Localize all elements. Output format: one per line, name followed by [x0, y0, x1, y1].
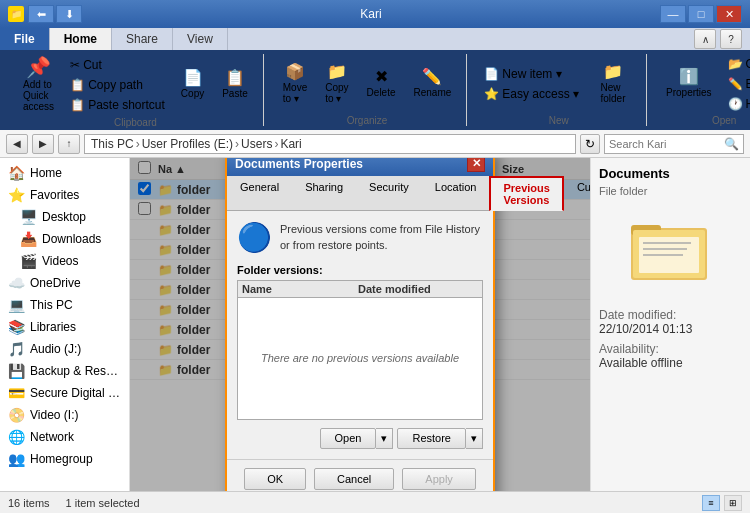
- new-folder-button[interactable]: 📁 Newfolder: [588, 61, 638, 107]
- restore-dropdown-arrow[interactable]: ▾: [466, 428, 483, 449]
- rename-label: Rename: [414, 87, 452, 98]
- versions-col-date[interactable]: Date modified: [358, 283, 478, 295]
- details-view-button[interactable]: ≡: [702, 495, 720, 511]
- preview-meta: Date modified: 22/10/2014 01:13 Availabi…: [599, 308, 742, 376]
- sidebar-item-favorites[interactable]: ⭐ Favorites: [0, 184, 129, 206]
- dialog-title: Documents Properties: [235, 158, 363, 171]
- dialog-tab-security[interactable]: Security: [356, 176, 422, 210]
- rename-button[interactable]: ✏️ Rename: [407, 66, 459, 101]
- open-dropdown-arrow[interactable]: ▾: [376, 428, 393, 449]
- sidebar-item-video-drive[interactable]: 📀 Video (I:): [0, 404, 129, 426]
- edit-button[interactable]: ✏️ Edit: [723, 75, 750, 93]
- organize-buttons: 📦 Move to ▾ 📁 Copy to ▾ ✖ Delete ✏️: [276, 54, 459, 113]
- dialog-tab-sharing[interactable]: Sharing: [292, 176, 356, 210]
- search-icon: 🔍: [724, 137, 739, 151]
- dialog-tab-location[interactable]: Location: [422, 176, 490, 210]
- up-button[interactable]: ↑: [58, 134, 80, 154]
- clipboard-group-label: Clipboard: [16, 115, 255, 128]
- preview-date-row: Date modified: 22/10/2014 01:13: [599, 308, 742, 336]
- sidebar-item-libraries[interactable]: 📚 Libraries: [0, 316, 129, 338]
- search-input[interactable]: [609, 138, 720, 150]
- paste-button[interactable]: 📋 Paste: [215, 67, 255, 102]
- cut-button[interactable]: ✂ Cut: [65, 56, 170, 74]
- copy-button[interactable]: 📄 Copy: [174, 67, 211, 102]
- desktop-icon: 🖥️: [20, 209, 36, 225]
- new-item-button[interactable]: 📄 New item ▾: [479, 65, 584, 83]
- dialog-tab-customize[interactable]: Customize: [564, 176, 590, 210]
- cut-label: Cut: [83, 58, 102, 72]
- open-button-dialog[interactable]: Open: [320, 428, 377, 449]
- status-bar: 16 items 1 item selected ≡ ⊞: [0, 491, 750, 513]
- copy-to-button[interactable]: 📁 Copy to ▾: [318, 61, 355, 107]
- dialog-tab-previous-versions[interactable]: Previous Versions: [489, 176, 563, 211]
- ribbon-help-btn[interactable]: ?: [720, 29, 742, 49]
- sidebar-item-audio[interactable]: 🎵 Audio (J:): [0, 338, 129, 360]
- path-segment: Users: [241, 137, 272, 151]
- sidebar-label-homegroup: Homegroup: [30, 452, 93, 466]
- homegroup-icon: 👥: [8, 451, 24, 467]
- ribbon-collapse-btn[interactable]: ∧: [694, 29, 716, 49]
- copy-to-icon: 📁: [327, 64, 347, 80]
- sidebar-item-sd[interactable]: 💳 Secure Digital storag: [0, 382, 129, 404]
- sidebar-item-homegroup[interactable]: 👥 Homegroup: [0, 448, 129, 470]
- copy-path-label: Copy path: [88, 78, 143, 92]
- tab-file[interactable]: File: [0, 28, 50, 50]
- videos-icon: 🎬: [20, 253, 36, 269]
- maximize-button[interactable]: □: [688, 5, 714, 23]
- sidebar-item-home[interactable]: 🏠 Home: [0, 162, 129, 184]
- backup-icon: 💾: [8, 363, 24, 379]
- address-path[interactable]: This PC › User Profiles (E:) › Users › K…: [84, 134, 576, 154]
- close-button[interactable]: ✕: [716, 5, 742, 23]
- properties-icon: ℹ️: [679, 69, 699, 85]
- cancel-button-dialog[interactable]: Cancel: [314, 468, 394, 490]
- pin-button[interactable]: 📌 Add toQuick access: [16, 54, 61, 115]
- move-to-button[interactable]: 📦 Move to ▾: [276, 61, 314, 107]
- easy-access-button[interactable]: ⭐ Easy access ▾: [479, 85, 584, 103]
- sidebar-item-desktop[interactable]: 🖥️ Desktop: [0, 206, 129, 228]
- address-bar: ◀ ▶ ↑ This PC › User Profiles (E:) › Use…: [0, 130, 750, 158]
- paste-shortcut-label: Paste shortcut: [88, 98, 165, 112]
- edit-label: Edit: [746, 77, 750, 91]
- search-box[interactable]: 🔍: [604, 134, 744, 154]
- back-button[interactable]: ◀: [6, 134, 28, 154]
- versions-col-name[interactable]: Name: [242, 283, 358, 295]
- sidebar-item-videos[interactable]: 🎬 Videos: [0, 250, 129, 272]
- dialog-close-button[interactable]: ✕: [467, 158, 485, 172]
- copy-path-button[interactable]: 📋 Copy path: [65, 76, 170, 94]
- tab-home[interactable]: Home: [50, 28, 112, 50]
- new-items-col: 📄 New item ▾ ⭐ Easy access ▾: [479, 65, 584, 103]
- dialog-tab-general[interactable]: General: [227, 176, 292, 210]
- properties-label: Properties: [666, 87, 712, 98]
- sidebar-item-network[interactable]: 🌐 Network: [0, 426, 129, 448]
- large-icons-button[interactable]: ⊞: [724, 495, 742, 511]
- sidebar-item-thispc[interactable]: 💻 This PC: [0, 294, 129, 316]
- restore-button-dialog[interactable]: Restore: [397, 428, 466, 449]
- quick-access-btn2[interactable]: ⬇: [56, 5, 82, 23]
- apply-button[interactable]: Apply: [402, 468, 476, 490]
- delete-button[interactable]: ✖ Delete: [360, 66, 403, 101]
- history-icon: 🕐: [728, 97, 743, 111]
- refresh-button[interactable]: ↻: [580, 134, 600, 154]
- sidebar-item-downloads[interactable]: 📥 Downloads: [0, 228, 129, 250]
- open-label: Open ▾: [746, 57, 750, 71]
- restore-split-button: Restore ▾: [397, 428, 483, 449]
- forward-button[interactable]: ▶: [32, 134, 54, 154]
- network-icon: 🌐: [8, 429, 24, 445]
- properties-button[interactable]: ℹ️ Properties: [659, 66, 719, 101]
- open-group-label: Open: [659, 113, 750, 126]
- minimize-button[interactable]: —: [660, 5, 686, 23]
- paste-label: Paste: [222, 88, 248, 99]
- sidebar-item-backup[interactable]: 💾 Backup & Restore (I:: [0, 360, 129, 382]
- path-segment: User Profiles (E:): [142, 137, 233, 151]
- sidebar-item-onedrive[interactable]: ☁️ OneDrive: [0, 272, 129, 294]
- tab-view[interactable]: View: [173, 28, 228, 50]
- quick-access-btn[interactable]: ⬅: [28, 5, 54, 23]
- ok-button[interactable]: OK: [244, 468, 306, 490]
- history-button[interactable]: 🕐 History: [723, 95, 750, 113]
- open-button[interactable]: 📂 Open ▾: [723, 55, 750, 73]
- copy-to-col: 📁 Copy to ▾: [318, 61, 355, 107]
- new-item-label: New item ▾: [502, 67, 561, 81]
- paste-shortcut-button[interactable]: 📋 Paste shortcut: [65, 96, 170, 114]
- tab-share[interactable]: Share: [112, 28, 173, 50]
- dialog-title-bar: Documents Properties ✕: [227, 158, 493, 176]
